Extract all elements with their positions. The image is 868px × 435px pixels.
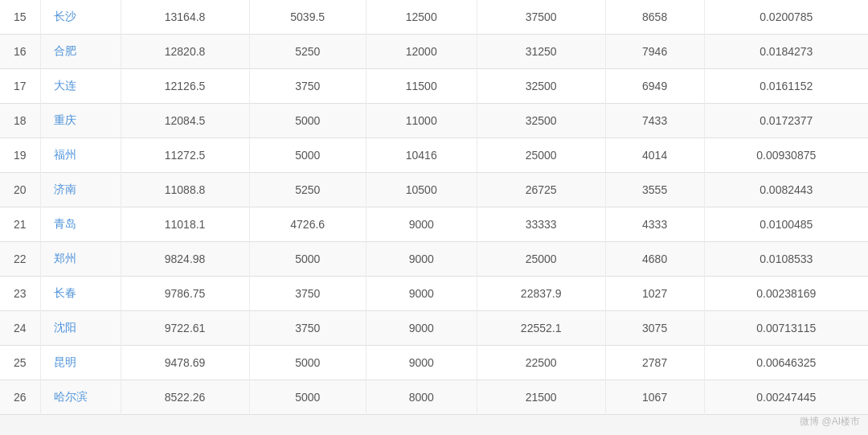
col6-cell: 0.0184273	[704, 35, 868, 69]
col4-cell: 21500	[477, 380, 605, 415]
col6-cell: 0.00238169	[704, 277, 868, 311]
col1-cell: 12820.8	[121, 35, 249, 69]
rank-cell: 25	[0, 346, 40, 380]
rank-cell: 23	[0, 277, 40, 311]
col2-cell: 5000	[249, 104, 366, 138]
col1-cell: 9786.75	[121, 277, 249, 311]
col4-cell: 32500	[477, 104, 605, 138]
col4-cell: 33333	[477, 207, 605, 242]
col5-cell: 4014	[605, 138, 704, 173]
col1-cell: 11018.1	[121, 207, 249, 242]
col2-cell: 5000	[249, 138, 366, 173]
col2-cell: 5000	[249, 242, 366, 277]
col4-cell: 32500	[477, 69, 605, 104]
col6-cell: 0.00646325	[704, 346, 868, 380]
col4-cell: 22837.9	[477, 277, 605, 311]
col6-cell: 0.0161152	[704, 69, 868, 104]
table-row: 16合肥12820.85250120003125079460.0184273	[0, 35, 868, 69]
col5-cell: 1027	[605, 277, 704, 311]
col2-cell: 5250	[249, 35, 366, 69]
city-cell: 福州	[40, 138, 121, 173]
col3-cell: 12500	[366, 0, 477, 35]
rank-cell: 15	[0, 0, 40, 35]
rank-cell: 21	[0, 207, 40, 242]
rank-cell: 22	[0, 242, 40, 277]
col6-cell: 0.0082443	[704, 173, 868, 207]
col1-cell: 9824.98	[121, 242, 249, 277]
col3-cell: 9000	[366, 277, 477, 311]
col3-cell: 9000	[366, 311, 477, 346]
col3-cell: 9000	[366, 242, 477, 277]
col3-cell: 11000	[366, 104, 477, 138]
col6-cell: 0.00247445	[704, 380, 868, 415]
table-row: 23长春9786.753750900022837.910270.00238169	[0, 277, 868, 311]
col2-cell: 5000	[249, 380, 366, 415]
table-row: 15长沙13164.85039.5125003750086580.0200785	[0, 0, 868, 35]
col4-cell: 22500	[477, 346, 605, 380]
col4-cell: 25000	[477, 242, 605, 277]
col5-cell: 3555	[605, 173, 704, 207]
rank-cell: 16	[0, 35, 40, 69]
table-row: 20济南11088.85250105002672535550.0082443	[0, 173, 868, 207]
col2-cell: 5039.5	[249, 0, 366, 35]
table-row: 19福州11272.55000104162500040140.00930875	[0, 138, 868, 173]
city-cell: 昆明	[40, 346, 121, 380]
city-cell: 长春	[40, 277, 121, 311]
col5-cell: 8658	[605, 0, 704, 35]
col2-cell: 5000	[249, 346, 366, 380]
rank-cell: 20	[0, 173, 40, 207]
table-row: 25昆明9478.69500090002250027870.00646325	[0, 346, 868, 380]
rank-cell: 18	[0, 104, 40, 138]
col6-cell: 0.00930875	[704, 138, 868, 173]
city-cell: 郑州	[40, 242, 121, 277]
col2-cell: 5250	[249, 173, 366, 207]
table-row: 22郑州9824.98500090002500046800.0108533	[0, 242, 868, 277]
col1-cell: 9478.69	[121, 346, 249, 380]
col6-cell: 0.0172377	[704, 104, 868, 138]
table-row: 17大连12126.53750115003250069490.0161152	[0, 69, 868, 104]
col2-cell: 4726.6	[249, 207, 366, 242]
city-cell: 重庆	[40, 104, 121, 138]
col3-cell: 10500	[366, 173, 477, 207]
col2-cell: 3750	[249, 69, 366, 104]
col3-cell: 9000	[366, 346, 477, 380]
col5-cell: 7946	[605, 35, 704, 69]
col3-cell: 11500	[366, 69, 477, 104]
col5-cell: 6949	[605, 69, 704, 104]
col5-cell: 4680	[605, 242, 704, 277]
col5-cell: 2787	[605, 346, 704, 380]
data-table: 15长沙13164.85039.5125003750086580.0200785…	[0, 0, 868, 415]
col3-cell: 9000	[366, 207, 477, 242]
city-cell: 哈尔滨	[40, 380, 121, 415]
col6-cell: 0.0200785	[704, 0, 868, 35]
col1-cell: 11088.8	[121, 173, 249, 207]
col4-cell: 22552.1	[477, 311, 605, 346]
table-row: 24沈阳9722.613750900022552.130750.00713115	[0, 311, 868, 346]
col1-cell: 12084.5	[121, 104, 249, 138]
col4-cell: 37500	[477, 0, 605, 35]
table-row: 18重庆12084.55000110003250074330.0172377	[0, 104, 868, 138]
city-cell: 大连	[40, 69, 121, 104]
col4-cell: 26725	[477, 173, 605, 207]
col1-cell: 13164.8	[121, 0, 249, 35]
col2-cell: 3750	[249, 311, 366, 346]
city-cell: 合肥	[40, 35, 121, 69]
col6-cell: 0.0108533	[704, 242, 868, 277]
col1-cell: 12126.5	[121, 69, 249, 104]
col4-cell: 25000	[477, 138, 605, 173]
col4-cell: 31250	[477, 35, 605, 69]
city-cell: 青岛	[40, 207, 121, 242]
col1-cell: 9722.61	[121, 311, 249, 346]
city-cell: 济南	[40, 173, 121, 207]
col1-cell: 11272.5	[121, 138, 249, 173]
col3-cell: 8000	[366, 380, 477, 415]
rank-cell: 17	[0, 69, 40, 104]
col5-cell: 1067	[605, 380, 704, 415]
city-cell: 长沙	[40, 0, 121, 35]
table-row: 21青岛11018.14726.690003333343330.0100485	[0, 207, 868, 242]
col3-cell: 10416	[366, 138, 477, 173]
rank-cell: 24	[0, 311, 40, 346]
col5-cell: 3075	[605, 311, 704, 346]
col6-cell: 0.00713115	[704, 311, 868, 346]
rank-cell: 19	[0, 138, 40, 173]
